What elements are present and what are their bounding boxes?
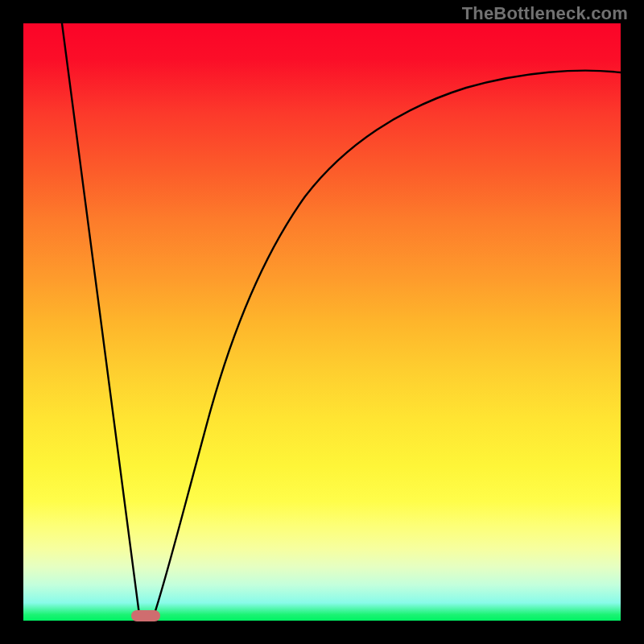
curve-left-segment bbox=[62, 23, 140, 621]
curve-right-segment bbox=[152, 71, 621, 621]
watermark-text: TheBottleneck.com bbox=[462, 3, 628, 24]
bottleneck-curve bbox=[23, 23, 621, 621]
curve-group bbox=[62, 23, 621, 621]
optimum-marker bbox=[131, 610, 160, 621]
plot-frame bbox=[23, 23, 621, 621]
